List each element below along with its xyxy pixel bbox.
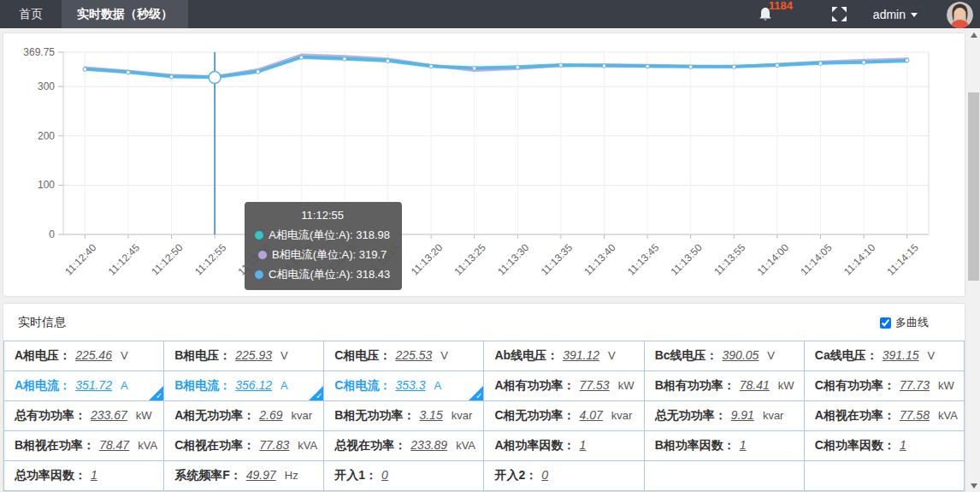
cell-value: 77.73 [900,378,930,392]
measurement-cell[interactable]: 系统频率F：49.97Hz [164,461,324,491]
table-row: 总功率因数：1系统频率F：49.97Hz开入1：0开入2：0 [4,461,965,491]
measurement-cell[interactable]: C相功率因数：1 [804,431,964,461]
avatar[interactable] [947,2,973,28]
cell-label: C相有功功率： [815,378,895,392]
measurement-cell[interactable]: 总功率因数：1 [4,461,164,491]
measurement-cell[interactable]: C相电压：225.53V [324,341,484,371]
svg-text:11:14:15: 11:14:15 [885,241,922,278]
measurement-cell[interactable]: A相有功功率：77.53kW [484,371,644,401]
measurement-cell[interactable]: B相功率因数：1 [644,431,804,461]
measurement-cell[interactable]: B相无功功率：3.15kvar [324,401,484,431]
cell-unit: kVA [298,439,317,452]
cell-label: A相电流： [15,378,71,392]
cell-unit: V [767,349,775,362]
cell-value: 2.69 [259,408,282,422]
cell-value: 78.41 [740,378,770,392]
measurement-cell[interactable]: Bc线电压：390.05V [644,341,804,371]
svg-text:11:13:20: 11:13:20 [409,241,446,278]
notification-bell[interactable]: 1184 [756,0,795,28]
measurement-cell[interactable]: A相视在功率：77.58kVA [804,401,964,431]
vertical-scrollbar[interactable] [967,28,980,492]
empty-cell [804,461,964,491]
multi-curve-toggle[interactable]: 多曲线 [880,315,929,330]
cell-unit: kVA [938,409,958,422]
cell-unit: kVA [456,439,475,452]
cell-label: C相功率因数： [815,438,895,452]
measurement-cell[interactable]: A相功率因数：1 [484,431,644,461]
measurement-cell[interactable]: C相有功功率：77.73kW [804,371,964,401]
cell-unit: V [280,349,288,362]
cell-value: 233.89 [410,438,447,452]
svg-text:11:13:00: 11:13:00 [236,241,273,278]
svg-text:11:13:50: 11:13:50 [669,241,705,278]
cell-label: A相无功功率： [174,408,255,422]
cell-label: 总功率因数： [15,468,86,482]
measurement-cell[interactable]: 总视在功率：233.89kVA [324,431,484,461]
cell-unit: Hz [285,469,298,482]
cell-value: 0 [541,468,548,482]
fullscreen-icon [831,6,847,22]
cell-label: A相有功功率： [494,378,575,392]
cell-value: 1 [740,438,747,452]
cell-label: 总无功功率： [655,408,727,422]
cell-value: 1 [91,468,97,482]
chart-panel: 0100200300369.7511:12:4011:12:4511:12:50… [3,33,965,297]
cell-label: C相视在功率： [174,438,255,452]
cell-label: B相有功功率： [655,378,735,392]
svg-text:100: 100 [38,179,55,191]
cell-unit: kvar [611,409,633,422]
measurement-cell[interactable]: C相电流：353.3A✓ [324,371,484,401]
cell-label: B相视在功率： [15,438,95,452]
svg-text:300: 300 [38,80,55,92]
cell-unit: kVA [138,439,157,452]
cell-label: Bc线电压： [655,348,718,362]
cell-unit: A [280,379,288,392]
measurement-cell[interactable]: B相视在功率：78.47kVA [4,431,164,461]
tab-realtime-data[interactable]: 实时数据（秒级） [62,0,188,28]
svg-text:11:12:50: 11:12:50 [149,241,186,278]
cell-value: 353.3 [395,378,425,392]
navbar-right: 1184 admin [756,0,980,28]
cell-label: B相功率因数： [655,438,735,452]
measurement-cell[interactable]: 总有功功率：233.67kW [4,401,164,431]
svg-text:0: 0 [49,228,55,240]
user-dropdown[interactable]: admin [873,8,918,21]
cell-value: 390.05 [723,348,759,362]
svg-text:11:14:05: 11:14:05 [798,241,835,278]
measurement-cell[interactable]: 开入2：0 [484,461,644,491]
cell-unit: kvar [763,409,784,422]
cell-label: C相无功功率： [494,408,575,422]
cell-label: B相电流： [174,378,231,392]
measurement-cell[interactable]: Ab线电压：391.12V [484,341,644,371]
table-row: B相视在功率：78.47kVAC相视在功率：77.83kVA总视在功率：233.… [4,431,965,461]
measurement-cell[interactable]: C相视在功率：77.83kVA [164,431,324,461]
measurement-cell[interactable]: B相电流：356.12A✓ [164,371,324,401]
cell-value: 77.58 [900,408,930,422]
cell-label: A相电压： [15,348,71,362]
measurement-cell[interactable]: B相电压：225.93V [164,341,324,371]
tab-home[interactable]: 首页 [0,0,62,28]
measurement-cell[interactable]: C相无功功率：4.07kvar [484,401,644,431]
measurement-cell[interactable]: A相无功功率：2.69kvar [164,401,324,431]
measurement-cell[interactable]: 开入1：0 [324,461,484,491]
measurement-cell[interactable]: A相电流：351.72A✓ [4,371,164,401]
cell-label: B相电压： [174,348,231,362]
measurement-cell[interactable]: B相有功功率：78.41kW [644,371,804,401]
cell-value: 77.53 [580,378,610,392]
table-row: A相电压：225.46VB相电压：225.93VC相电压：225.53VAb线电… [4,341,965,371]
measurement-cell[interactable]: A相电压：225.46V [4,341,164,371]
scroll-down-button[interactable] [967,479,980,492]
cell-value: 3.15 [419,408,442,422]
scrollbar-thumb[interactable] [968,92,979,281]
fullscreen-button[interactable] [831,6,847,22]
username: admin [873,8,906,21]
measurement-cell[interactable]: 总无功功率：9.91kvar [644,401,804,431]
measurement-cell[interactable]: Ca线电压：391.15V [804,341,964,371]
realtime-chart[interactable]: 0100200300369.7511:12:4011:12:4511:12:50… [3,35,963,294]
cell-label: A相视在功率： [815,408,895,422]
scroll-up-button[interactable] [967,28,980,41]
multi-curve-checkbox[interactable] [880,317,891,329]
checkmark-icon: ✓ [316,391,322,400]
cell-value: 77.83 [259,438,289,452]
cell-unit: A [121,379,128,392]
